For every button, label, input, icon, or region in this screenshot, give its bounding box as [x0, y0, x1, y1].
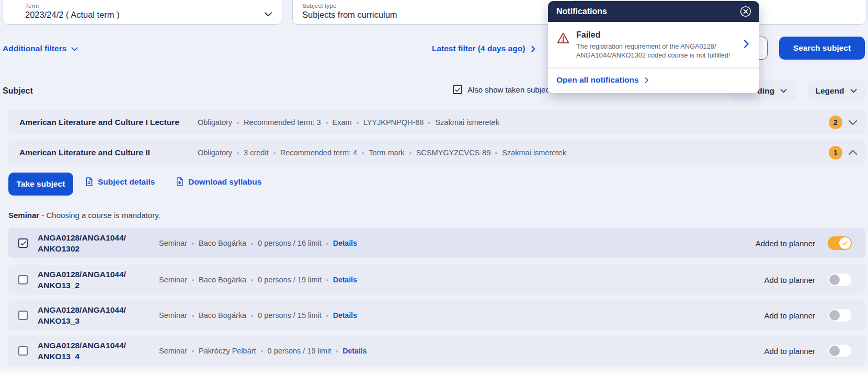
planner-toggle-off[interactable] [828, 344, 852, 358]
subject-row[interactable]: American Literature and Culture I Lectur… [8, 110, 865, 134]
course-count-badge: 1 [829, 146, 842, 159]
course-code: ANGA0128/ANGA1044/ ANKO13_3 [38, 304, 126, 326]
additional-filters-link[interactable]: Additional filters [3, 44, 79, 53]
planner-label: Added to planner [756, 239, 815, 248]
download-syllabus-link[interactable]: Download syllabus [175, 177, 261, 187]
course-meta: Seminar Baco Bogárka 0 persons / 19 limi… [159, 276, 357, 284]
course-checkbox[interactable] [18, 311, 28, 320]
course-group-note: Seminar - Choosing a course is mandatory… [8, 211, 161, 220]
course-details-link[interactable]: Details [322, 239, 357, 247]
subject-type-select[interactable]: Subject type Subjects from curriculum [292, 0, 575, 25]
course-type: Seminar [159, 276, 187, 284]
course-code-line1: ANGA0128/ANGA1044/ [38, 304, 126, 315]
notifications-title: Notifications [556, 7, 607, 16]
chevron-down-icon [263, 9, 273, 21]
course-type: Seminar [159, 311, 187, 319]
meta-item: 3 credit [232, 148, 269, 157]
course-checkbox[interactable] [18, 346, 28, 356]
course-capacity: 0 persons / 16 limit [246, 239, 322, 247]
take-subject-button[interactable]: Take subject [8, 173, 73, 196]
course-code-line2: ANKO13_2 [38, 280, 126, 291]
course-capacity: 0 persons / 15 limit [246, 311, 322, 319]
bottom-scroll-fade [0, 365, 868, 377]
course-count-badge: 2 [829, 116, 842, 129]
subject-meta: Obligatory Recommended term: 3 Exam LYYJ… [198, 118, 499, 127]
term-select[interactable]: Term 2023/24/2 ( Actual term ) [3, 0, 282, 25]
course-capacity: 0 persons / 19 limit [256, 347, 332, 355]
course-checkbox[interactable] [18, 275, 28, 284]
latest-filter-label: Latest filter (4 days ago) [432, 44, 525, 53]
meta-item: Term mark [357, 148, 404, 157]
document-icon [84, 177, 94, 187]
hidden-filter-select[interactable] [743, 0, 866, 25]
course-checkbox[interactable] [18, 238, 28, 248]
latest-filter-link[interactable]: Latest filter (4 days ago) [432, 44, 538, 53]
subject-type-value: Subjects from curriculum [302, 10, 574, 20]
planner-toggle-off[interactable] [828, 309, 852, 322]
course-code-line2: ANKO1302 [38, 243, 126, 254]
subject-details-label: Subject details [98, 177, 155, 187]
course-meta: Seminar Baco Bogárka 0 persons / 16 limi… [159, 239, 357, 247]
meta-item: Recommended term: 4 [269, 148, 357, 157]
planner-toggle-off[interactable] [828, 273, 852, 287]
course-code: ANGA0128/ANGA1044/ ANKO1302 [38, 232, 126, 254]
also-show-taken-control: Also show taken subjects [453, 85, 548, 94]
meta-item: Obligatory [198, 148, 232, 157]
download-syllabus-label: Download syllabus [188, 177, 261, 187]
course-instructor: Baco Bogárka [187, 276, 246, 284]
notifications-header: Notifications [548, 1, 759, 22]
also-show-taken-checkbox[interactable] [453, 85, 462, 94]
notification-message-line2: ANGA1044/ANKO1302 coded course is not fu… [576, 51, 730, 60]
subject-meta: Obligatory 3 credit Recommended term: 4 … [198, 148, 566, 157]
subject-row[interactable]: American Literature and Culture II Oblig… [8, 140, 865, 165]
course-type: Seminar [159, 347, 187, 355]
course-row: ANGA0128/ANGA1044/ ANKO1302 Seminar Baco… [8, 228, 865, 258]
search-subject-button[interactable]: Search subject [779, 37, 865, 60]
notification-status: Failed [576, 30, 730, 40]
open-all-notifications-link[interactable]: Open all notifications [556, 75, 751, 85]
subject-type-label: Subject type [302, 3, 574, 9]
meta-item: Szakmai ismeretek [424, 118, 499, 127]
toggle-knob [829, 310, 840, 321]
chevron-up-icon[interactable] [847, 146, 859, 159]
subject-registration-page: Term 2023/24/2 ( Actual term ) Subject t… [0, 0, 868, 377]
course-code-line2: ANKO13_3 [38, 315, 126, 326]
chevron-right-icon [643, 76, 650, 84]
course-code-line1: ANGA0128/ANGA1044/ [38, 269, 126, 280]
course-details-link[interactable]: Details [331, 347, 367, 355]
chevron-down-icon[interactable] [847, 116, 859, 129]
course-instructor: Baco Bogárka [187, 239, 246, 247]
planner-label: Add to planner [764, 276, 815, 284]
open-all-notifications-row: Open all notifications [548, 68, 759, 93]
legend-label: Legend [815, 86, 844, 96]
meta-item: SCSMYGYZCVCS-89 [405, 148, 491, 157]
close-icon[interactable] [739, 5, 752, 18]
open-all-notifications-label: Open all notifications [556, 75, 639, 85]
notification-item[interactable]: Failed The registration requirement of t… [548, 22, 759, 67]
chevron-right-icon[interactable] [740, 38, 752, 52]
course-instructor: Baco Bogárka [187, 311, 246, 319]
course-group-label: Seminar [8, 211, 39, 220]
also-show-taken-label: Also show taken subjects [467, 85, 548, 94]
warning-triangle-icon [556, 31, 570, 47]
course-details-link[interactable]: Details [322, 311, 357, 319]
course-code: ANGA0128/ANGA1044/ ANKO13_2 [38, 269, 126, 291]
chevron-down-icon [779, 86, 788, 95]
course-type: Seminar [159, 239, 187, 247]
subject-title: American Literature and Culture II [19, 148, 198, 157]
course-meta: Seminar Pakróczy Pelbárt 0 persons / 19 … [159, 347, 367, 355]
sort-order-label: ding [757, 86, 774, 96]
list-title: Subject [3, 86, 33, 96]
meta-item: Szakmai ismeretek [490, 148, 566, 157]
term-value: 2023/24/2 ( Actual term ) [25, 10, 282, 20]
subject-details-link[interactable]: Subject details [84, 177, 155, 187]
chevron-down-icon [849, 86, 858, 95]
subject-title: American Literature and Culture I Lectur… [19, 118, 198, 127]
course-row: ANGA0128/ANGA1044/ ANKO13_3 Seminar Baco… [8, 300, 865, 330]
course-details-link[interactable]: Details [322, 276, 357, 284]
chevron-down-icon [70, 44, 79, 53]
legend-dropdown[interactable]: Legend [808, 81, 865, 101]
course-code-line1: ANGA0128/ANGA1044/ [38, 340, 126, 351]
planner-toggle-on[interactable] [828, 236, 852, 250]
toggle-knob [829, 275, 840, 285]
